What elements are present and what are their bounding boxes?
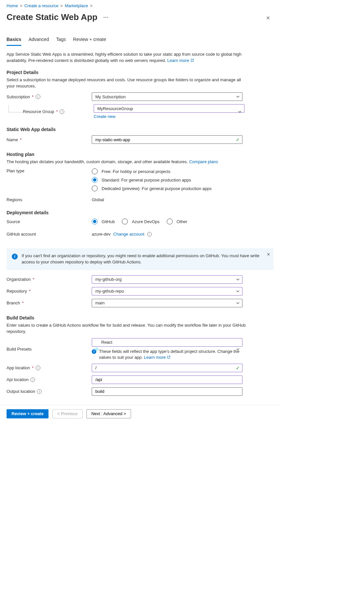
external-link-icon <box>167 355 171 359</box>
required-indicator: * <box>29 289 30 294</box>
chevron-down-icon <box>236 278 240 281</box>
plan-free-radio[interactable] <box>92 168 98 174</box>
name-label: Name <box>7 137 18 142</box>
breadcrumb: Home > Create a resource > Marketplace > <box>7 3 274 8</box>
intro-text: App Service Static Web Apps is a streaml… <box>7 51 249 64</box>
section-deployment-details: Deployment details <box>7 210 274 215</box>
change-account-link[interactable]: Change account <box>113 232 144 237</box>
more-actions-button[interactable]: ⋯ <box>101 13 111 22</box>
github-account-value: azure-dev <box>92 232 111 237</box>
github-account-label: GitHub account <box>7 232 36 237</box>
subscription-label: Subscription <box>7 94 30 99</box>
repository-label: Repository <box>7 289 27 294</box>
plan-standard-radio[interactable] <box>92 177 98 183</box>
info-icon[interactable]: i <box>30 377 35 382</box>
chevron-right-icon: > <box>90 3 93 8</box>
source-azdevops-radio[interactable] <box>122 219 128 224</box>
section-swa-details: Static Web App details <box>7 127 274 132</box>
app-location-input[interactable] <box>92 364 242 372</box>
section-build-details: Build Details <box>7 315 274 320</box>
svg-point-0 <box>96 349 97 350</box>
plan-dedicated-label: Dedicated (preview): For general purpose… <box>102 186 212 191</box>
output-location-label: Output location <box>7 389 35 394</box>
previous-button[interactable]: < Previous <box>52 409 83 418</box>
github-permissions-text: If you can't find an organization or rep… <box>22 253 260 265</box>
breadcrumb-create-resource[interactable]: Create a resource <box>24 3 58 8</box>
branch-label: Branch <box>7 300 20 305</box>
required-indicator: * <box>56 109 58 114</box>
tab-basics[interactable]: Basics <box>7 35 21 46</box>
chevron-down-icon <box>236 95 240 99</box>
chevron-right-icon: > <box>60 3 63 8</box>
required-indicator: * <box>32 94 34 99</box>
source-azdevops-label: Azure DevOps <box>132 219 160 224</box>
source-other-radio[interactable] <box>167 219 173 224</box>
build-desc: Enter values to create a GitHub Actions … <box>7 322 249 335</box>
hosting-desc: The hosting plan dictates your bandwidth… <box>7 159 249 165</box>
required-indicator: * <box>22 300 24 305</box>
info-icon[interactable]: i <box>147 232 152 237</box>
info-icon[interactable]: i <box>36 366 40 370</box>
section-project-details: Project Details <box>7 70 274 75</box>
plan-dedicated-radio[interactable] <box>92 185 98 191</box>
close-icon[interactable]: ✕ <box>263 13 274 23</box>
next-button[interactable]: Next : Advanced > <box>86 409 131 418</box>
info-icon[interactable]: i <box>60 109 64 114</box>
plan-standard-label: Standard: For general purpose production… <box>102 178 191 182</box>
tab-review-create[interactable]: Review + create <box>73 35 106 46</box>
subscription-select[interactable]: My Subscription <box>92 92 242 101</box>
project-details-desc: Select a subscription to manage deployed… <box>7 77 249 89</box>
output-location-input[interactable] <box>92 387 242 396</box>
intro-learn-more-link[interactable]: Learn more <box>167 58 194 63</box>
compare-plans-link[interactable]: Compare plans <box>189 159 218 164</box>
app-location-label: App location <box>7 365 30 370</box>
tab-advanced[interactable]: Advanced <box>29 35 49 46</box>
info-icon: i <box>12 254 18 259</box>
external-link-icon <box>190 58 194 62</box>
indent-connector <box>9 105 23 112</box>
source-github-label: GitHub <box>102 219 115 224</box>
close-icon[interactable]: ✕ <box>267 252 270 258</box>
name-input[interactable] <box>92 135 242 144</box>
required-indicator: * <box>33 277 34 282</box>
plan-type-label: Plan type <box>7 168 24 173</box>
tabs: Basics Advanced Tags Review + create <box>7 35 274 46</box>
chevron-down-icon <box>236 301 240 305</box>
branch-select[interactable]: main <box>92 299 242 307</box>
section-hosting-plan: Hosting plan <box>7 152 274 157</box>
build-note-text: These fields will reflect the app type's… <box>99 349 242 360</box>
info-icon[interactable]: i <box>37 389 42 394</box>
required-indicator: * <box>32 365 34 370</box>
build-presets-select[interactable]: React <box>92 338 242 347</box>
organization-select[interactable]: my-github-org <box>92 275 242 284</box>
breadcrumb-home[interactable]: Home <box>7 3 18 8</box>
tab-tags[interactable]: Tags <box>56 35 66 46</box>
resource-group-label: Resource Group <box>23 109 54 114</box>
check-icon: ✓ <box>236 365 240 371</box>
react-icon <box>94 347 99 352</box>
api-location-label: Api location <box>7 377 29 382</box>
breadcrumb-marketplace[interactable]: Marketplace <box>65 3 88 8</box>
chevron-down-icon <box>238 110 242 114</box>
build-learn-more-link[interactable]: Learn more <box>144 355 171 360</box>
review-create-button[interactable]: Review + create <box>7 409 48 418</box>
resource-group-select[interactable]: MyResourceGroup <box>94 104 244 113</box>
repository-select[interactable]: my-github-repo <box>92 287 242 296</box>
create-new-rg-link[interactable]: Create new <box>94 114 115 119</box>
footer-buttons: Review + create < Previous Next : Advanc… <box>0 405 280 422</box>
required-indicator: * <box>20 137 22 142</box>
source-label: Source <box>7 219 20 224</box>
page-title: Create Static Web App <box>7 12 97 22</box>
source-other-label: Other <box>177 219 187 224</box>
regions-value: Global <box>92 197 104 202</box>
chevron-right-icon: > <box>20 3 23 8</box>
chevron-down-icon <box>236 289 240 293</box>
plan-free-label: Free: For hobby or personal projects <box>102 169 170 174</box>
regions-label: Regions <box>7 197 22 202</box>
build-presets-label: Build Presets <box>7 347 32 352</box>
check-icon: ✓ <box>236 137 240 142</box>
github-permissions-info: i If you can't find an organization or r… <box>7 248 274 270</box>
source-github-radio[interactable] <box>92 219 98 224</box>
info-icon[interactable]: i <box>36 94 40 99</box>
api-location-input[interactable] <box>92 375 242 384</box>
